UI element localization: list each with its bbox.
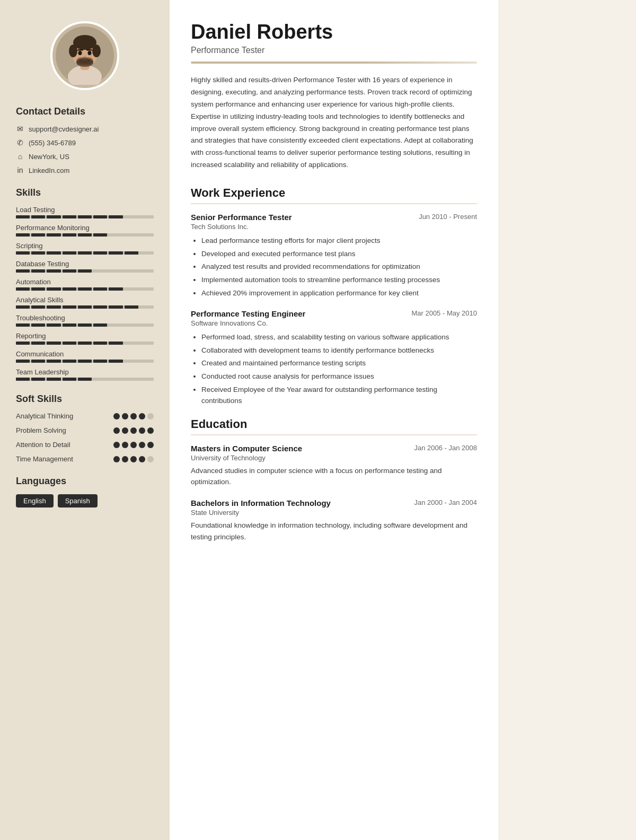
home-icon: ⌂ bbox=[16, 152, 24, 161]
skill-segment bbox=[63, 233, 76, 237]
svg-point-7 bbox=[78, 51, 82, 55]
soft-skill-name: Analytical Thinking bbox=[16, 412, 74, 420]
dot bbox=[139, 413, 145, 419]
skill-segment bbox=[109, 251, 122, 255]
dot bbox=[122, 413, 128, 419]
skill-name: Automation bbox=[16, 278, 154, 286]
dot bbox=[130, 427, 137, 434]
edu-date: Jan 2000 - Jan 2004 bbox=[414, 498, 477, 506]
skill-segment bbox=[109, 360, 122, 363]
soft-skill-dots bbox=[113, 442, 154, 448]
dot bbox=[147, 456, 154, 462]
skill-bar bbox=[16, 287, 154, 291]
skill-segment bbox=[47, 360, 60, 363]
skill-segment bbox=[63, 269, 76, 273]
skill-segment bbox=[109, 342, 122, 345]
skill-segment bbox=[78, 287, 92, 291]
skill-segment bbox=[63, 305, 76, 309]
job-bullet: Developed and executed performance test … bbox=[201, 248, 477, 260]
skill-segment bbox=[93, 215, 107, 218]
skill-item: Automation bbox=[16, 278, 154, 291]
language-badge: Spanish bbox=[58, 494, 98, 508]
skill-segment bbox=[93, 251, 107, 255]
dot bbox=[130, 442, 137, 448]
skill-segment bbox=[93, 269, 107, 273]
soft-skill-dots bbox=[113, 456, 154, 462]
skill-segment bbox=[140, 305, 154, 309]
skill-segment bbox=[16, 215, 30, 218]
header-divider bbox=[191, 62, 477, 64]
education-list: Masters in Computer ScienceJan 2006 - Ja… bbox=[191, 444, 477, 542]
skill-bar bbox=[16, 233, 154, 237]
main-content: Daniel Roberts Performance Tester Highly… bbox=[170, 0, 498, 840]
skill-segment bbox=[31, 287, 45, 291]
skill-bar bbox=[16, 215, 154, 218]
skill-segment bbox=[16, 360, 30, 363]
skill-bar bbox=[16, 323, 154, 327]
skill-segment bbox=[125, 287, 138, 291]
skill-segment bbox=[125, 323, 138, 327]
dot bbox=[139, 442, 145, 448]
edu-degree: Bachelors in Information Technology bbox=[191, 498, 331, 508]
soft-skill-name: Time Management bbox=[16, 455, 74, 463]
skill-segment bbox=[47, 378, 60, 381]
skill-segment bbox=[93, 360, 107, 363]
dot bbox=[122, 427, 128, 434]
soft-skills-title: Soft Skills bbox=[16, 393, 154, 405]
edu-date: Jan 2006 - Jan 2008 bbox=[414, 444, 477, 452]
skill-segment bbox=[31, 342, 45, 345]
skill-segment bbox=[63, 378, 76, 381]
skill-segment bbox=[125, 378, 138, 381]
skill-segment bbox=[78, 215, 92, 218]
skill-segment bbox=[78, 378, 92, 381]
skill-segment bbox=[31, 215, 45, 218]
soft-skill-item: Problem Solving bbox=[16, 426, 154, 434]
skill-segment bbox=[78, 233, 92, 237]
skill-segment bbox=[78, 323, 92, 327]
skill-segment bbox=[47, 287, 60, 291]
skill-segment bbox=[125, 342, 138, 345]
languages-title: Languages bbox=[16, 476, 154, 487]
skill-segment bbox=[140, 233, 154, 237]
skill-name: Performance Monitoring bbox=[16, 224, 154, 232]
skill-segment bbox=[16, 305, 30, 309]
phone-icon: ✆ bbox=[16, 138, 24, 147]
skill-segment bbox=[140, 360, 154, 363]
dot bbox=[139, 427, 145, 434]
skill-segment bbox=[16, 323, 30, 327]
skill-segment bbox=[16, 233, 30, 237]
edu-desc: Foundational knowledge in information te… bbox=[191, 520, 477, 542]
skill-segment bbox=[31, 323, 45, 327]
skill-item: Reporting bbox=[16, 332, 154, 345]
candidate-job-title: Performance Tester bbox=[191, 46, 477, 55]
skill-segment bbox=[31, 360, 45, 363]
svg-point-6 bbox=[92, 45, 101, 57]
skill-item: Team Leadership bbox=[16, 368, 154, 381]
dot bbox=[113, 427, 120, 434]
skill-bar bbox=[16, 269, 154, 273]
skill-bar bbox=[16, 360, 154, 363]
svg-point-8 bbox=[88, 51, 92, 55]
edu-desc: Advanced studies in computer science wit… bbox=[191, 465, 477, 488]
skill-segment bbox=[125, 269, 138, 273]
skill-item: Performance Monitoring bbox=[16, 224, 154, 237]
skill-segment bbox=[109, 287, 122, 291]
languages-list: EnglishSpanish bbox=[16, 494, 154, 508]
skill-segment bbox=[140, 251, 154, 255]
skill-segment bbox=[109, 233, 122, 237]
skill-segment bbox=[16, 378, 30, 381]
candidate-name: Daniel Roberts bbox=[191, 21, 477, 43]
skill-segment bbox=[140, 342, 154, 345]
work-experience-title: Work Experience bbox=[191, 186, 477, 204]
job-date: Mar 2005 - May 2010 bbox=[411, 309, 477, 317]
skill-segment bbox=[63, 215, 76, 218]
skill-segment bbox=[140, 215, 154, 218]
skill-segment bbox=[63, 360, 76, 363]
dot bbox=[139, 456, 145, 462]
skill-segment bbox=[125, 215, 138, 218]
skill-segment bbox=[47, 323, 60, 327]
skill-segment bbox=[47, 342, 60, 345]
skill-bar bbox=[16, 305, 154, 309]
skill-segment bbox=[125, 233, 138, 237]
avatar-container bbox=[16, 21, 154, 90]
